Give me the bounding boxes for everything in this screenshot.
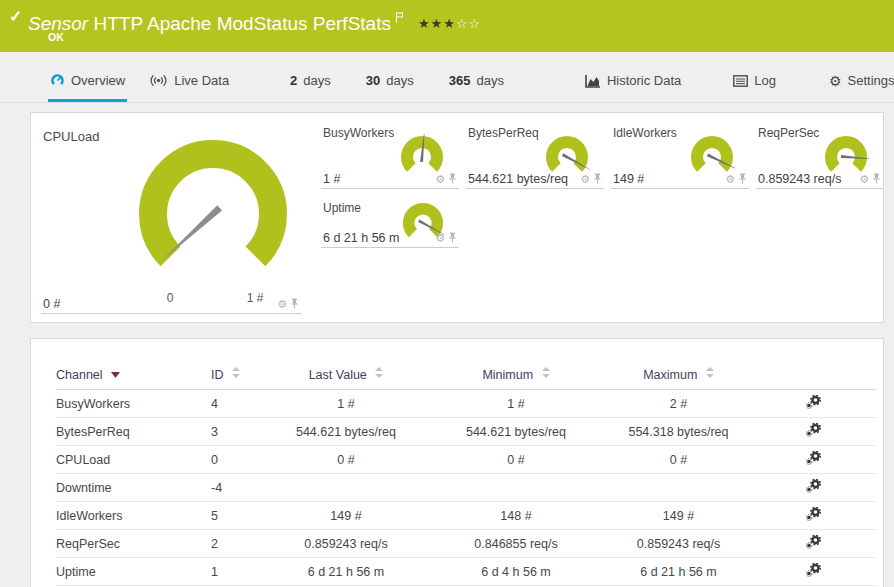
pin-icon[interactable] <box>593 170 602 188</box>
tab-live-data[interactable]: Live Data <box>147 62 231 102</box>
channel-settings-icon[interactable] <box>806 482 821 496</box>
gauge-title: Uptime <box>323 201 361 215</box>
gear-icon: ⚙ <box>829 74 842 88</box>
channel-settings-icon[interactable] <box>806 510 821 524</box>
channel-name: Uptime <box>56 558 211 586</box>
gauge-scale-min: 0 <box>159 291 181 305</box>
sensor-header: ✓ Sensor HTTP Apache ModStatus PerfStats… <box>0 0 894 52</box>
tab-365-days[interactable]: 365 days <box>447 62 506 102</box>
channel-settings-icon[interactable] <box>806 566 821 580</box>
channel-name: BusyWorkers <box>56 390 211 418</box>
tab-historic-data[interactable]: Historic Data <box>583 62 683 102</box>
panel-settings-icon[interactable]: ⚙ <box>435 233 445 244</box>
pin-icon[interactable] <box>448 170 457 188</box>
pin-icon[interactable] <box>738 170 747 188</box>
channels-card: Channel ID Last Value Minimum <box>30 338 884 587</box>
gauge-scale-max: 1 # <box>237 291 273 305</box>
column-header-id[interactable]: ID <box>211 359 266 390</box>
channel-settings-icon[interactable] <box>806 398 821 412</box>
gauge-icon <box>50 73 65 88</box>
channel-name: Downtime <box>56 474 211 502</box>
channel-settings-icon[interactable] <box>806 538 821 552</box>
channel-name: IdleWorkers <box>56 502 211 530</box>
table-row[interactable]: ReqPerSec 2 0.859243 req/s 0.846855 req/… <box>56 530 876 558</box>
gauge-panel-cpuload[interactable]: CPULoad 0 1 # 0 # ⚙ <box>41 121 301 314</box>
sort-icon <box>542 367 550 381</box>
gauge-panel-uptime[interactable]: Uptime 6 d 21 h 56 m ⚙ <box>321 201 459 248</box>
channel-name: ReqPerSec <box>56 530 211 558</box>
panel-settings-icon[interactable]: ⚙ <box>435 174 445 185</box>
gauge-panel-bytesperreq[interactable]: BytesPerReq 544.621 bytes/req ⚙ <box>466 126 604 189</box>
column-header-maximum[interactable]: Maximum <box>606 359 751 390</box>
panel-settings-icon[interactable]: ⚙ <box>277 299 287 310</box>
sort-icon <box>706 367 714 381</box>
channel-name: CPULoad <box>56 446 211 474</box>
gauge-panel-busyworkers[interactable]: BusyWorkers 1 # ⚙ <box>321 126 459 189</box>
column-header-last-value[interactable]: Last Value <box>266 359 426 390</box>
gauge-title: BytesPerReq <box>468 126 539 140</box>
gauge-panel-reqpersec[interactable]: ReqPerSec 0.859243 req/s ⚙ <box>756 126 883 189</box>
table-row[interactable]: CPULoad 0 0 # 0 # 0 # <box>56 446 876 474</box>
gauge-value: 149 # <box>613 172 644 186</box>
gauge-value: 0 # <box>43 297 60 311</box>
tab-bar: Overview Live Data 2 days 30 days 365 da… <box>0 62 894 103</box>
sensor-title: HTTP Apache ModStatus PerfStats <box>93 13 390 34</box>
table-row[interactable]: BusyWorkers 4 1 # 1 # 2 # <box>56 390 876 418</box>
table-row[interactable]: BytesPerReq 3 544.621 bytes/req 544.621 … <box>56 418 876 446</box>
pin-icon[interactable] <box>448 229 457 247</box>
sort-icon <box>375 367 383 381</box>
chart-icon <box>585 74 601 88</box>
sensor-status-badge: OK <box>48 31 64 43</box>
page: ✓ Sensor HTTP Apache ModStatus PerfStats… <box>0 0 894 587</box>
table-row[interactable]: Downtime -4 <box>56 474 876 502</box>
gauge-title: CPULoad <box>43 129 99 144</box>
check-icon: ✓ <box>9 7 22 26</box>
flag-icon <box>395 6 404 28</box>
gauge-value: 6 d 21 h 56 m <box>323 231 399 245</box>
tab-settings[interactable]: ⚙ Settings <box>827 62 894 102</box>
channel-settings-icon[interactable] <box>806 426 821 440</box>
cpuload-gauge <box>128 129 298 299</box>
gauge-value: 1 # <box>323 172 340 186</box>
column-header-channel[interactable]: Channel <box>56 359 211 390</box>
column-header-actions <box>751 359 876 390</box>
gauge-title: BusyWorkers <box>323 126 394 140</box>
gauge-panel-idleworkers[interactable]: IdleWorkers 149 # ⚙ <box>611 126 749 189</box>
panel-settings-icon[interactable]: ⚙ <box>580 174 590 185</box>
gauge-value: 544.621 bytes/req <box>468 172 568 186</box>
pin-icon[interactable] <box>290 295 299 313</box>
gauge-title: ReqPerSec <box>758 126 819 140</box>
column-header-minimum[interactable]: Minimum <box>426 359 606 390</box>
tab-overview[interactable]: Overview <box>48 62 127 102</box>
tab-log[interactable]: Log <box>731 62 778 102</box>
gauge-value: 0.859243 req/s <box>758 172 841 186</box>
live-icon <box>149 74 168 87</box>
table-row[interactable]: IdleWorkers 5 149 # 148 # 149 # <box>56 502 876 530</box>
panel-settings-icon[interactable]: ⚙ <box>859 174 869 185</box>
tab-2-days[interactable]: 2 days <box>288 62 333 102</box>
sort-icon <box>232 367 240 381</box>
sort-desc-icon <box>111 367 120 381</box>
priority-stars[interactable]: ★★★☆☆ <box>418 16 481 31</box>
table-row[interactable]: Uptime 1 6 d 21 h 56 m 6 d 4 h 56 m 6 d … <box>56 558 876 586</box>
gauge-title: IdleWorkers <box>613 126 677 140</box>
panel-settings-icon[interactable]: ⚙ <box>725 174 735 185</box>
gauges-card: CPULoad 0 1 # 0 # ⚙ BusyWorkers <box>30 112 884 323</box>
channel-name: BytesPerReq <box>56 418 211 446</box>
channels-table: Channel ID Last Value Minimum <box>56 359 876 586</box>
tab-30-days[interactable]: 30 days <box>364 62 416 102</box>
pin-icon[interactable] <box>872 170 881 188</box>
log-icon <box>733 75 748 87</box>
channel-settings-icon[interactable] <box>806 454 821 468</box>
